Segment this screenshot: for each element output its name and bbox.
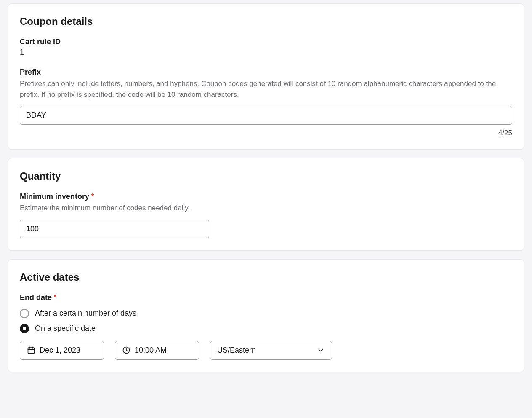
quantity-title: Quantity [20, 170, 512, 182]
active-dates-card: Active dates End date * After a certain … [8, 259, 524, 372]
prefix-label: Prefix [20, 68, 512, 77]
radio-specific-date[interactable]: On a specific date [20, 324, 512, 333]
radio-specific-date-label: On a specific date [35, 324, 96, 333]
required-asterisk-icon: * [91, 193, 94, 200]
timezone-select[interactable]: US/Eastern [210, 341, 332, 360]
min-inventory-description: Estimate the minimum number of codes nee… [20, 203, 512, 214]
time-picker-value: 10:00 AM [135, 346, 167, 355]
cart-rule-id-value: 1 [20, 48, 512, 57]
chevron-down-icon [317, 346, 325, 354]
prefix-input[interactable] [20, 106, 512, 125]
end-date-label: End date * [20, 293, 512, 302]
clock-icon [122, 346, 130, 354]
min-inventory-label: Minimum inventory * [20, 192, 512, 201]
cart-rule-id-label: Cart rule ID [20, 38, 512, 46]
time-picker[interactable]: 10:00 AM [115, 341, 199, 360]
required-asterisk-icon: * [54, 294, 56, 301]
radio-icon [20, 309, 29, 318]
prefix-char-count: 4/25 [20, 129, 512, 137]
min-inventory-input[interactable] [20, 220, 209, 238]
timezone-value: US/Eastern [217, 346, 256, 355]
radio-after-days[interactable]: After a certain number of days [20, 309, 512, 318]
coupon-details-card: Coupon details Cart rule ID 1 Prefix Pre… [8, 3, 524, 150]
end-date-label-text: End date [20, 293, 52, 302]
date-picker[interactable]: Dec 1, 2023 [20, 341, 104, 360]
quantity-card: Quantity Minimum inventory * Estimate th… [8, 158, 524, 251]
prefix-description: Prefixes can only include letters, numbe… [20, 78, 512, 100]
min-inventory-label-text: Minimum inventory [20, 192, 89, 201]
coupon-details-title: Coupon details [20, 16, 512, 27]
radio-after-days-label: After a certain number of days [35, 309, 136, 318]
svg-rect-0 [28, 348, 35, 353]
date-picker-value: Dec 1, 2023 [40, 346, 80, 355]
active-dates-title: Active dates [20, 271, 512, 283]
radio-icon-selected [20, 324, 29, 333]
calendar-icon [27, 346, 35, 354]
date-time-row: Dec 1, 2023 10:00 AM US/Eastern [20, 341, 512, 360]
